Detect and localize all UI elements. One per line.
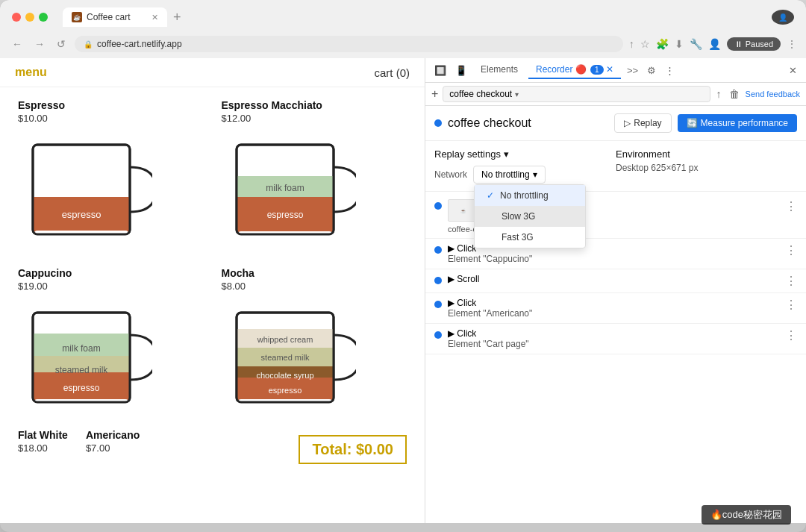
total-section: Total: $0.00 [299, 429, 407, 464]
tab-elements[interactable]: Elements [473, 61, 525, 79]
timeline-more-icon-5[interactable]: ⋮ [785, 328, 797, 342]
forward-button[interactable]: → [31, 37, 48, 51]
settings-section: Replay settings ▾ Network No throttling … [425, 141, 806, 192]
throttle-option-fast-3g[interactable]: Fast 3G [475, 227, 585, 248]
minimize-traffic-light[interactable] [25, 13, 34, 22]
product-price-macchiato: $12.00 [222, 113, 407, 124]
product-name-mocha: Mocha [222, 267, 407, 279]
timeline-dot-navigate [434, 202, 442, 210]
throttle-dropdown[interactable]: No throttling ▾ ✓ No throttling [473, 166, 546, 184]
timeline-content-cart: ▶ Click Element "Cart page" [448, 328, 779, 349]
mug-cappucino[interactable]: milk foam steamed milk espresso [18, 298, 152, 417]
devtools-close-button[interactable]: ✕ [786, 63, 800, 78]
mug-espresso[interactable]: espresso [18, 130, 152, 249]
mug-mocha[interactable]: whipped cream steamed milk chocolate syr… [222, 298, 356, 417]
profile-icon[interactable]: 👤 [708, 38, 721, 50]
recording-select[interactable]: coffee checkout ▾ [443, 86, 710, 102]
timeline-dot-click-cappucino [434, 246, 442, 254]
product-card-mocha: Mocha $8.00 [222, 267, 407, 417]
screenshot-wrapper: ☕ Coffee cart ✕ + 👤 ← → ↺ 🔒 coffee-cart.… [0, 0, 806, 532]
svg-text:espresso: espresso [62, 209, 101, 220]
download-icon[interactable]: ⬇ [675, 38, 684, 50]
product-price-espresso: $10.00 [18, 113, 204, 124]
close-traffic-light[interactable] [12, 13, 21, 22]
title-bar: ☕ Coffee cart ✕ + 👤 [0, 0, 806, 33]
reload-button[interactable]: ↺ [54, 37, 69, 51]
svg-text:milk foam: milk foam [266, 183, 304, 193]
environment-label: Environment [616, 148, 797, 160]
timeline-more-icon-3[interactable]: ⋮ [785, 274, 797, 288]
devtools-more-icon[interactable]: ⋮ [662, 63, 678, 78]
throttle-option-no-throttling[interactable]: ✓ No throttling [475, 185, 585, 206]
timeline-more-icon[interactable]: ⋮ [785, 199, 797, 213]
menu-icon[interactable]: ⋮ [787, 38, 797, 50]
throttle-dropdown-menu: ✓ No throttling Slow 3G Fast 3G [474, 184, 586, 248]
shop-nav: menu cart (0) [0, 58, 425, 87]
timeline-content-americano: ▶ Click Element "Americano" [448, 298, 779, 319]
network-label: Network [434, 169, 467, 180]
bookmark-icon[interactable]: ☆ [640, 38, 650, 50]
product-name-macchiato: Espresso Macchiato [222, 99, 407, 111]
tab-recorder[interactable]: Recorder 🔴 1 ✕ [528, 61, 621, 79]
profile-avatar: 👤 [772, 10, 794, 25]
url-text: coffee-cart.netlify.app [97, 39, 182, 49]
browser-actions: ↑ ☆ 🧩 ⬇ 🔧 👤 ⏸ Paused ⋮ [629, 37, 797, 51]
lock-icon: 🔒 [84, 40, 93, 48]
select-chevron-icon: ▾ [515, 90, 519, 98]
settings-left: Replay settings ▾ Network No throttling … [434, 148, 616, 184]
timeline-action-americano: ▶ Click [448, 298, 476, 308]
timeline-action-scroll: ▶ Scroll [448, 274, 479, 284]
throttle-chevron-icon: ▾ [533, 169, 537, 180]
devtools-device-icon[interactable]: 📱 [452, 63, 470, 78]
add-recording-button[interactable]: + [431, 87, 438, 101]
replay-button[interactable]: ▷ Replay [614, 113, 671, 133]
svg-text:espresso: espresso [63, 383, 100, 393]
measure-performance-button[interactable]: 🔄 Measure performance [678, 114, 797, 132]
tab-close-icon[interactable]: ✕ [151, 13, 158, 22]
extension-icon[interactable]: 🧩 [656, 38, 669, 50]
tab-bar: ☕ Coffee cart ✕ + [63, 7, 766, 27]
traffic-lights [12, 13, 48, 22]
new-tab-button[interactable]: + [170, 10, 184, 25]
main-area: menu cart (0) Espresso $10.00 [0, 58, 806, 523]
send-feedback-link[interactable]: Send feedback [746, 90, 800, 98]
devtools-inspect-icon[interactable]: 🔲 [431, 63, 449, 78]
timeline-dot-scroll [434, 277, 442, 284]
throttle-option-slow-3g[interactable]: Slow 3G [475, 206, 585, 227]
recorder-bar: + coffee checkout ▾ ↑ 🗑 Send feedback [425, 83, 806, 106]
timeline-action-type: ▶ Click [448, 243, 476, 254]
paused-button[interactable]: ⏸ Paused [727, 37, 781, 51]
active-tab[interactable]: ☕ Coffee cart ✕ [63, 7, 167, 27]
timeline-more-icon-2[interactable]: ⋮ [785, 243, 797, 257]
export-recording-button[interactable]: ↑ [715, 87, 723, 101]
puzzle-icon[interactable]: 🔧 [690, 38, 702, 50]
nav-cart[interactable]: cart (0) [374, 66, 410, 79]
svg-text:steamed milk: steamed milk [260, 353, 309, 362]
svg-text:chocolate syrup: chocolate syrup [256, 371, 313, 380]
svg-text:whipped cream: whipped cream [256, 335, 313, 344]
timeline-action-cart: ▶ Click [448, 328, 476, 339]
devtools-toolbar: 🔲 📱 Elements Recorder 🔴 1 ✕ >> ⚙ ⋮ ✕ [425, 58, 806, 83]
products-grid: Espresso $10.00 espresso [0, 87, 425, 429]
recorder-header: coffee checkout ▷ Replay 🔄 Measure perfo… [425, 106, 806, 141]
product-name-cappucino: Cappucino [18, 267, 204, 279]
share-icon[interactable]: ↑ [629, 38, 634, 50]
back-button[interactable]: ← [9, 37, 25, 51]
svg-text:espresso: espresso [268, 386, 302, 395]
browser-chrome: ☕ Coffee cart ✕ + 👤 ← → ↺ 🔒 coffee-cart.… [0, 0, 806, 58]
delete-recording-button[interactable]: 🗑 [728, 87, 741, 101]
product-name-espresso: Espresso [18, 99, 204, 111]
recording-title: coffee checkout [448, 116, 608, 130]
address-bar[interactable]: 🔒 coffee-cart.netlify.app [75, 36, 623, 52]
tab-favicon: ☕ [72, 12, 82, 22]
replay-settings-label[interactable]: Replay settings ▾ [434, 148, 616, 160]
nav-menu-link[interactable]: menu [15, 66, 47, 79]
settings-icon[interactable]: ⚙ [644, 63, 659, 78]
more-tabs-button[interactable]: >> [624, 63, 641, 78]
preview-thumb-1: ☕ [448, 199, 478, 222]
tab-title: Coffee cart [87, 12, 130, 22]
timeline-more-icon-4[interactable]: ⋮ [785, 298, 797, 312]
watermark: 🔥code秘密花园 [702, 505, 791, 525]
mug-macchiato[interactable]: milk foam espresso [222, 130, 356, 249]
maximize-traffic-light[interactable] [39, 13, 48, 22]
